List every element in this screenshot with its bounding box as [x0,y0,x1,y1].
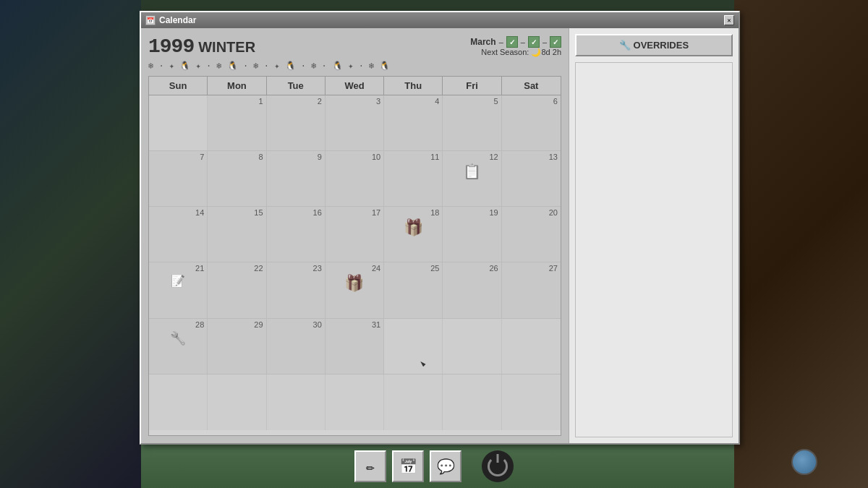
day-headers: Sun Mon Tue Wed Thu Fri Sat [149,77,561,95]
calendar-day[interactable]: 2 [267,95,326,150]
calendar-day[interactable]: 31 [326,319,384,374]
gift-icon-2: 🎁 [344,275,364,291]
calendar-day[interactable] [384,319,443,374]
calendar-day[interactable]: 3 [326,95,384,150]
power-icon [488,456,508,476]
header-mon: Mon [208,77,266,95]
main-panel: 1999 WINTER March – ✓ – ✓ – ✓ Next Seaso… [141,28,569,443]
season-text: WINTER [198,39,255,56]
calendar-header: 1999 WINTER March – ✓ – ✓ – ✓ Next Seaso… [148,35,561,58]
header-sun: Sun [149,77,208,95]
penguin-decoration: ❄ · ✦ 🐧 ✦ · ❄ 🐧 · ❄ · ✦ 🐧 · ❄ · 🐧 ✦ · ❄ … [148,61,390,72]
calendar-day[interactable]: 4 [384,95,443,150]
calendar-day[interactable]: 11 [384,151,443,206]
calendar-day[interactable]: 5 [443,95,501,150]
calendar-day[interactable]: 14 [149,207,208,262]
task-button-3[interactable]: 💬 [430,450,461,482]
background-right [734,0,868,488]
pencil-icon: ✏️ [366,458,375,476]
month-label: March [470,37,495,47]
calendar-day[interactable]: 10 [326,151,384,206]
calendar-day[interactable]: 25 [384,262,443,317]
check2[interactable]: ✓ [528,36,540,48]
calendar-day[interactable]: 16 [267,207,326,262]
calendar-icon: 📅 [399,458,417,476]
calendar-day[interactable] [502,319,561,374]
calendar-week-1: 1 2 3 4 5 6 [149,95,561,151]
window-content: 1999 WINTER March – ✓ – ✓ – ✓ Next Seaso… [141,28,739,443]
window-icon: 📅 [145,15,156,25]
speech-icon: 💬 [437,458,455,476]
calendar-day[interactable]: 19 [443,207,501,262]
calendar-day[interactable]: 27 [502,262,561,317]
calendar-grid: Sun Mon Tue Wed Thu Fri Sat 1 2 3 4 [148,76,561,436]
calendar-day[interactable]: 9 [267,151,326,206]
calendar-day[interactable]: 26 [443,262,501,317]
calendar-day[interactable] [326,374,384,430]
calendar-day[interactable]: 7 [149,151,208,206]
calendar-day[interactable]: 21 📝 [149,262,208,317]
wrench-icon: 🔧 [170,332,186,345]
calendar-day[interactable]: 18 🎁 [384,207,443,262]
title-bar-left: 📅 Calendar [145,15,196,25]
task-button-1[interactable]: ✏️ [354,450,386,482]
calendar-day[interactable] [267,374,326,430]
calendar-day[interactable]: 1 [208,95,266,150]
calendar-week-6 [149,374,561,430]
decoration-row: ❄ · ✦ 🐧 ✦ · ❄ 🐧 · ❄ · ✦ 🐧 · ❄ · 🐧 ✦ · ❄ … [148,61,561,72]
calendar-day[interactable] [443,319,501,374]
calendar-window: 📅 Calendar ✕ 1999 WINTER March – ✓ – ✓ [140,11,740,445]
power-button[interactable] [482,450,514,482]
window-title: Calendar [159,15,196,25]
calendar-day[interactable] [149,95,208,150]
calendar-day[interactable]: 13 [502,151,561,206]
calendar-day[interactable] [443,374,501,430]
calendar-day[interactable] [384,374,443,430]
calendar-day[interactable]: 28 🔧 [149,319,208,374]
calendar-day[interactable] [208,374,266,430]
calendar-day[interactable]: 23 [267,262,326,317]
header-fri: Fri [443,77,501,95]
month-row: March – ✓ – ✓ – ✓ [470,36,561,48]
taskbar: ✏️ 📅 💬 [354,450,514,482]
check1[interactable]: ✓ [506,36,518,48]
calendar-day[interactable]: 29 [208,319,266,374]
calendar-day[interactable]: 17 [326,207,384,262]
calendar-week-4: 21 📝 22 23 24 🎁 25 26 27 [149,262,561,318]
task-button-2[interactable]: 📅 [392,450,424,482]
year-text: 1999 [148,35,194,58]
calendar-body: 1 2 3 4 5 6 7 8 9 10 11 [149,95,561,430]
header-wed: Wed [326,77,384,95]
header-thu: Thu [384,77,443,95]
overrides-button[interactable]: 🔧 OVERRIDES [575,34,733,56]
calendar-week-3: 14 15 16 17 18 🎁 19 20 [149,207,561,262]
calendar-day[interactable]: 6 [502,95,561,150]
year-season: 1999 WINTER [148,35,255,58]
dash3: – [542,38,547,46]
globe-icon [791,449,817,475]
calendar-day[interactable]: 24 🎁 [326,262,384,317]
gift-icon: 🎁 [404,220,423,236]
calendar-day[interactable] [149,374,208,430]
next-season: Next Season: 🌙8d 2h [481,48,561,57]
close-button[interactable]: ✕ [724,15,734,25]
calendar-week-5: 28 🔧 29 30 31 [149,319,561,374]
calendar-day[interactable]: 30 [267,319,326,374]
calendar-day[interactable]: 22 [208,262,266,317]
dash1: – [499,38,503,46]
next-season-label: Next Season: [481,48,529,56]
next-season-time: 🌙8d 2h [531,48,561,56]
side-panel: 🔧 OVERRIDES [569,28,739,443]
clipboard-icon: 📋 [463,164,481,179]
side-content [575,62,733,437]
dash2: – [521,38,525,46]
header-tue: Tue [267,77,326,95]
check3[interactable]: ✓ [550,36,561,48]
calendar-day[interactable]: 8 [208,151,266,206]
calendar-day[interactable]: 12 📋 [443,151,501,206]
header-sat: Sat [502,77,561,95]
calendar-day[interactable]: 20 [502,207,561,262]
calendar-day[interactable] [502,374,561,430]
calendar-week-2: 7 8 9 10 11 12 📋 13 [149,151,561,207]
calendar-day[interactable]: 15 [208,207,266,262]
